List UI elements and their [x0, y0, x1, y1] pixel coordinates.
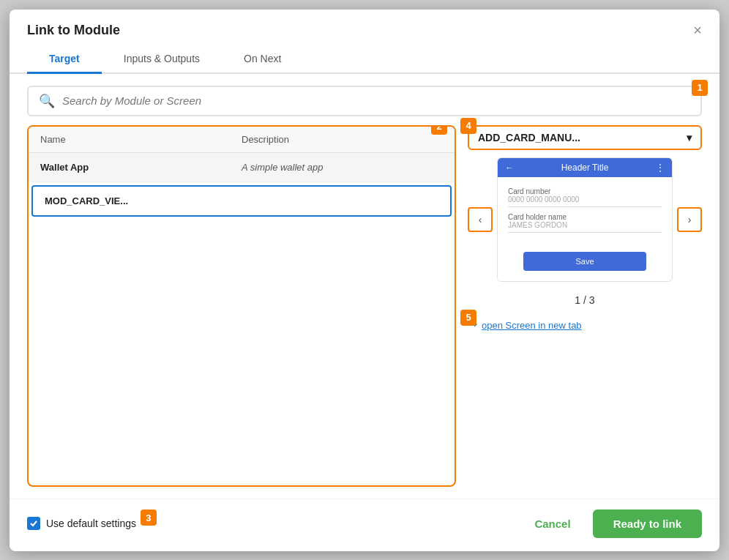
preview-field-value-1: JAMES GORDON: [508, 221, 662, 233]
page-current: 1: [575, 294, 580, 306]
tab-target[interactable]: Target: [27, 45, 102, 74]
col-desc-header: Description: [242, 134, 443, 145]
link-to-module-dialog: Link to Module × Target Inputs & Outputs…: [10, 10, 719, 551]
page-indicator: 1 / 3: [575, 294, 594, 306]
chevron-down-icon: ▾: [687, 132, 692, 143]
footer-buttons: Cancel Ready to link: [521, 509, 702, 538]
open-screen-link[interactable]: open Screen in new tab: [482, 320, 582, 331]
row1-name: Wallet App: [40, 162, 242, 173]
preview-field-0: Card number 0000 0000 0000 0000: [508, 187, 662, 207]
row2-name: MOD_CARD_VIE...: [45, 195, 242, 206]
badge-4: 4: [460, 118, 476, 134]
search-wrapper: 🔍 1: [27, 86, 702, 116]
preview-field-label-0: Card number: [508, 187, 662, 195]
checkbox-label: Use default settings: [46, 518, 136, 529]
badge-2: 2: [431, 125, 447, 135]
tabs-bar: Target Inputs & Outputs On Next: [10, 45, 719, 74]
preview-body: Card number 0000 0000 0000 0000 Card hol…: [498, 177, 672, 281]
badge-3: 3: [141, 509, 157, 526]
default-settings-checkbox[interactable]: [27, 517, 40, 530]
right-panel: 4 ADD_CARD_MANU... ▾ ‹ ← Header Title: [468, 125, 702, 487]
left-panel: 2 Name Description Wallet App A simple w…: [27, 125, 456, 487]
col-name-header: Name: [40, 134, 242, 145]
tab-inputs-outputs[interactable]: Inputs & Outputs: [102, 45, 222, 74]
preview-field-label-1: Card holder name: [508, 213, 662, 221]
next-button[interactable]: ›: [677, 207, 702, 232]
modal-title: Link to Module: [27, 23, 120, 38]
preview-save-button[interactable]: Save: [523, 252, 646, 271]
table-header: Name Description: [29, 127, 455, 153]
preview-nav-row: ‹ ← Header Title ⋮ Card number 0000: [468, 157, 702, 282]
table-row[interactable]: Wallet App A simple wallet app: [29, 153, 455, 182]
search-input[interactable]: [62, 94, 690, 107]
open-screen-row: 5 ↪ open Screen in new tab: [468, 317, 702, 331]
modal-body: 🔍 1 2 Name Description Wallet App A simp…: [10, 74, 719, 499]
preview-field-value-0: 0000 0000 0000 0000: [508, 195, 662, 207]
search-row: 🔍 1: [27, 86, 702, 116]
page-separator: /: [583, 294, 586, 306]
screen-selector-wrapper: 4 ADD_CARD_MANU... ▾: [468, 125, 702, 150]
ready-to-link-button[interactable]: Ready to link: [593, 509, 702, 538]
close-button[interactable]: ×: [693, 23, 702, 37]
preview-header: ← Header Title ⋮: [498, 158, 672, 177]
screen-preview: ← Header Title ⋮ Card number 0000 0000 0…: [497, 157, 673, 282]
modal-footer: Use default settings 3 Cancel Ready to l…: [10, 499, 719, 551]
screen-selector[interactable]: ADD_CARD_MANU... ▾: [468, 125, 702, 150]
checkbox-row: Use default settings 3: [27, 517, 136, 530]
preview-header-title: Header Title: [514, 163, 656, 173]
badge-1: 1: [692, 80, 708, 96]
tab-on-next[interactable]: On Next: [222, 45, 303, 74]
page-indicator-row: 1 / 3: [468, 294, 702, 307]
content-row: 2 Name Description Wallet App A simple w…: [27, 125, 702, 487]
preview-back-icon: ←: [505, 163, 514, 173]
preview-field-1: Card holder name JAMES GORDON: [508, 213, 662, 233]
preview-menu-icon: ⋮: [656, 163, 665, 173]
modal-header: Link to Module ×: [10, 10, 719, 38]
table-row-selected[interactable]: MOD_CARD_VIE...: [31, 185, 452, 217]
search-icon: 🔍: [39, 93, 55, 109]
row2-desc: [242, 195, 438, 206]
cancel-button[interactable]: Cancel: [521, 510, 583, 537]
row1-desc: A simple wallet app: [242, 162, 443, 173]
badge-5: 5: [460, 310, 476, 326]
page-total: 3: [589, 294, 595, 306]
prev-button[interactable]: ‹: [468, 207, 493, 232]
screen-selector-value: ADD_CARD_MANU...: [478, 132, 580, 143]
